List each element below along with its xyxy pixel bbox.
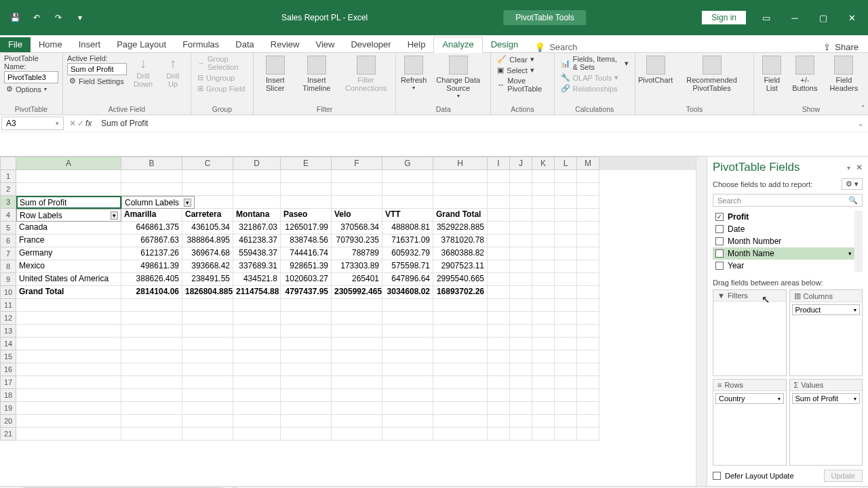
cell[interactable] <box>532 235 555 247</box>
cell[interactable]: 2814104.06 <box>121 286 182 299</box>
row-header[interactable]: 7 <box>0 247 16 260</box>
cell[interactable] <box>281 312 332 325</box>
cell[interactable] <box>488 389 510 402</box>
cell[interactable] <box>532 170 555 183</box>
cell[interactable]: 928651.39 <box>281 260 332 273</box>
row-header[interactable]: 20 <box>0 415 16 428</box>
cell[interactable] <box>532 286 555 299</box>
cell[interactable] <box>433 415 488 428</box>
cell[interactable] <box>532 299 555 312</box>
cell[interactable] <box>510 209 532 222</box>
cell[interactable] <box>332 350 382 363</box>
cell[interactable] <box>488 170 510 183</box>
row-header[interactable]: 14 <box>0 338 16 350</box>
cell[interactable]: 716371.09 <box>382 235 433 247</box>
cell[interactable] <box>577 247 599 260</box>
cell[interactable] <box>233 428 281 441</box>
cell[interactable] <box>16 183 121 196</box>
cell[interactable] <box>488 325 510 338</box>
cell[interactable]: 3529228.885 <box>433 222 488 235</box>
formula-input[interactable]: Sum of Profit <box>96 117 853 129</box>
cell[interactable] <box>182 350 233 363</box>
cell[interactable]: Carretera <box>182 209 233 222</box>
cell[interactable] <box>382 428 433 441</box>
cell[interactable] <box>532 402 555 415</box>
cell[interactable] <box>433 376 488 389</box>
cell[interactable] <box>532 312 555 325</box>
pane-dropdown-icon[interactable]: ▾ <box>847 164 850 171</box>
cell[interactable] <box>16 299 121 312</box>
cell[interactable] <box>510 247 532 260</box>
select-all-button[interactable] <box>0 157 16 170</box>
tell-me-search[interactable]: 💡Search <box>526 42 585 52</box>
cell[interactable]: 788789 <box>332 247 382 260</box>
cell[interactable] <box>577 183 599 196</box>
cell[interactable] <box>182 183 233 196</box>
cell[interactable] <box>281 363 332 376</box>
cell[interactable] <box>121 325 182 338</box>
cell[interactable]: 393668.42 <box>182 260 233 273</box>
cell[interactable] <box>16 170 121 183</box>
cell[interactable] <box>382 170 433 183</box>
cell[interactable]: Grand Total <box>16 286 121 299</box>
cell[interactable] <box>121 312 182 325</box>
cell[interactable] <box>555 183 577 196</box>
cell[interactable] <box>555 415 577 428</box>
cell[interactable] <box>233 299 281 312</box>
cell[interactable] <box>121 170 182 183</box>
cell[interactable] <box>532 260 555 273</box>
close-pane-icon[interactable]: ✕ <box>856 163 863 172</box>
cell[interactable] <box>433 350 488 363</box>
tab-analyze[interactable]: Analyze <box>433 37 482 53</box>
cell[interactable] <box>510 196 532 209</box>
spreadsheet-grid[interactable]: ABCDEFGHIJKLM 12345678910111213141516171… <box>0 157 707 486</box>
cell[interactable]: 369674.68 <box>182 247 233 260</box>
cell[interactable] <box>488 350 510 363</box>
cell[interactable] <box>555 338 577 350</box>
cell[interactable] <box>577 286 599 299</box>
qat-customize-icon[interactable]: ▾ <box>71 8 90 27</box>
cell[interactable] <box>121 376 182 389</box>
cell[interactable]: Column Labels▾ <box>121 196 195 209</box>
cell[interactable] <box>510 286 532 299</box>
cell[interactable] <box>182 170 233 183</box>
cell[interactable] <box>233 402 281 415</box>
cell[interactable] <box>532 376 555 389</box>
cell[interactable] <box>577 170 599 183</box>
cell[interactable] <box>433 338 488 350</box>
cell[interactable]: 337689.31 <box>233 260 281 273</box>
cell[interactable]: 3680388.82 <box>433 247 488 260</box>
cell[interactable] <box>488 376 510 389</box>
cell[interactable] <box>382 350 433 363</box>
cell[interactable] <box>433 170 488 183</box>
cell[interactable] <box>233 389 281 402</box>
cell[interactable] <box>577 273 599 286</box>
row-header[interactable]: 8 <box>0 260 16 273</box>
column-header[interactable]: C <box>182 157 233 170</box>
row-header[interactable]: 18 <box>0 389 16 402</box>
cell[interactable] <box>382 363 433 376</box>
cell[interactable] <box>233 338 281 350</box>
cell[interactable] <box>577 312 599 325</box>
cell[interactable] <box>510 260 532 273</box>
cell[interactable]: Montana <box>233 209 281 222</box>
field-checkbox[interactable] <box>715 225 724 233</box>
cell[interactable] <box>16 428 121 441</box>
cell[interactable] <box>488 235 510 247</box>
cell[interactable]: Paseo <box>281 209 332 222</box>
cell[interactable] <box>577 196 599 209</box>
cell[interactable]: 559438.37 <box>233 247 281 260</box>
cell[interactable]: United States of America <box>16 273 121 286</box>
cell[interactable] <box>555 170 577 183</box>
cell[interactable] <box>555 312 577 325</box>
cell[interactable] <box>16 350 121 363</box>
cell[interactable]: VTT <box>382 209 433 222</box>
cell[interactable] <box>488 338 510 350</box>
cell[interactable] <box>532 273 555 286</box>
row-header[interactable]: 4 <box>0 209 16 222</box>
row-header[interactable]: 3 <box>0 196 16 209</box>
select-button[interactable]: ▣ Select ▾ <box>495 65 536 75</box>
field-checkbox[interactable] <box>715 262 724 270</box>
cell[interactable] <box>510 273 532 286</box>
cell[interactable] <box>281 183 332 196</box>
